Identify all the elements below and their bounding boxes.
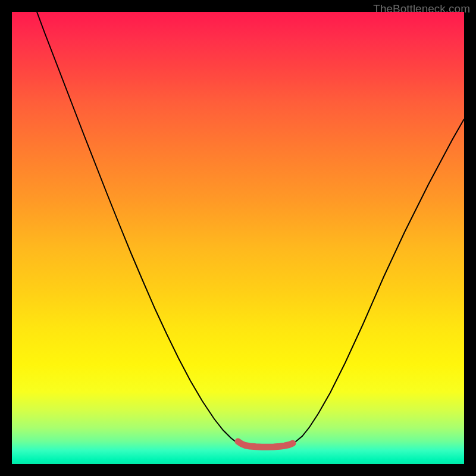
- highlight-band: [238, 441, 293, 447]
- chart-frame: TheBottleneck.com: [0, 0, 476, 476]
- curve-layer: [12, 12, 464, 464]
- plot-area: [12, 12, 464, 464]
- main-curve: [37, 12, 464, 447]
